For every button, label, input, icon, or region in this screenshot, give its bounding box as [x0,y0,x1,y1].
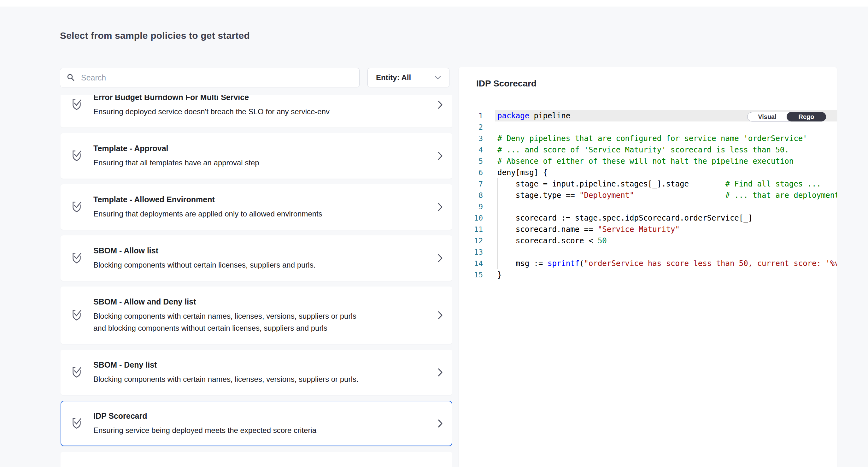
policy-title: Template - Approval [93,143,438,154]
policy-list-viewport: Error Budget Burndown For Multi Service … [61,95,452,467]
code-line: # ... and score of 'Service Maturity' sc… [497,144,837,155]
line-number: 11 [459,224,483,235]
toggle-option-visual[interactable]: Visual [747,112,787,121]
policy-description: Blocking components with certain names, … [93,373,362,385]
policy-description: Ensuring that deployments are applied on… [93,208,362,220]
code-line: stage = input.pipeline.stages[_].stage #… [497,178,837,189]
policy-card[interactable]: SBOM - Allow and Deny list Blocking comp… [61,287,452,344]
policy-card-text: Error Budget Burndown For Multi Service … [93,95,438,118]
policy-card-text: IDP Scorecard Ensuring service being dep… [93,410,438,436]
code-line: } [497,269,837,281]
toggle-option-rego[interactable]: Rego [786,112,826,121]
code-line [497,121,837,133]
policy-title: Error Budget Burndown For Multi Service [93,95,438,103]
code-line: scorecard := stage.spec.idpScorecard.ord… [497,212,837,224]
policy-card-partially-visible[interactable] [61,452,452,467]
entity-filter-label: Entity: All [376,73,411,82]
policy-title: SBOM - Deny list [93,359,438,370]
policy-card[interactable]: IDP Scorecard Ensuring service being dep… [61,401,452,446]
policy-card[interactable]: Error Budget Burndown For Multi Service … [61,95,452,127]
policy-description: Blocking components without certain lice… [93,259,362,271]
chevron-right-icon [438,419,443,428]
line-number: 10 [459,212,483,224]
search-field [60,68,360,87]
policy-description: Ensuring service being deployed meets th… [93,425,362,436]
code-line: deny[msg] { [497,167,837,178]
line-number: 9 [459,201,483,212]
chevron-right-icon [438,203,443,211]
detail-header: IDP Scorecard [459,67,837,101]
chevron-right-icon [438,254,443,263]
search-input[interactable] [60,68,360,87]
policy-detail-panel: IDP Scorecard 123456789101112131415 pack… [459,67,837,467]
policy-shield-check-icon [71,252,82,264]
code-line [497,201,837,212]
chevron-right-icon [438,311,443,320]
policy-description: Blocking components with certain names, … [93,310,362,334]
line-number-gutter: 123456789101112131415 [459,110,483,281]
code-line: scorecard.name == "Service Maturity" [497,224,837,235]
policy-title: Template - Allowed Environment [93,194,438,205]
indent-guide [497,178,498,269]
policy-list: Error Budget Burndown For Multi Service … [61,95,452,467]
code-line: # Deny pipelines that are configured for… [497,133,837,144]
entity-filter-dropdown[interactable]: Entity: All [367,68,450,87]
code-content: package pipeline# Deny pipelines that ar… [497,110,837,467]
line-number: 5 [459,155,483,167]
line-number: 1 [459,110,483,121]
policy-title: SBOM - Allow list [93,245,438,256]
chevron-down-icon [435,76,441,80]
line-number: 6 [459,167,483,178]
policy-card-text: Template - Approval Ensuring that all te… [93,143,438,169]
policy-title: IDP Scorecard [93,410,438,421]
line-number: 14 [459,258,483,269]
chevron-right-icon [438,151,443,160]
line-number: 7 [459,178,483,189]
policy-shield-check-icon [71,150,82,162]
line-number: 13 [459,246,483,258]
policy-card-text: Template - Allowed Environment Ensuring … [93,194,438,220]
policy-card-text: SBOM - Allow and Deny list Blocking comp… [93,296,438,334]
line-number: 3 [459,133,483,144]
policy-card[interactable]: Template - Allowed Environment Ensuring … [61,184,452,230]
top-bar [0,0,868,7]
policy-card-text: SBOM - Allow list Blocking components wi… [93,245,438,271]
code-line: msg := sprintf("orderService has score l… [497,258,837,269]
code-line: scorecard.score < 50 [497,235,837,246]
line-number: 2 [459,121,483,133]
search-icon [67,74,75,82]
rego-code-editor[interactable]: 123456789101112131415 package pipeline# … [459,101,837,467]
code-line: # Absence of either of these will not ha… [497,155,837,167]
detail-title: IDP Scorecard [459,67,837,89]
policy-card[interactable]: SBOM - Deny list Blocking components wit… [61,350,452,395]
policy-shield-check-icon [71,366,82,379]
chevron-right-icon [438,368,443,377]
policy-shield-check-icon [71,201,82,213]
line-number: 15 [459,269,483,281]
code-line [497,246,837,258]
policy-description: Ensuring deployed service doesn't breach… [93,106,362,118]
policy-description: Ensuring that all templates have an appr… [93,157,362,169]
page-title: Select from sample policies to get start… [60,30,250,41]
code-line: stage.type == "Deployment" # ... that ar… [497,189,837,201]
policy-card[interactable]: SBOM - Allow list Blocking components wi… [61,235,452,281]
policy-shield-check-icon [71,309,82,322]
chevron-right-icon [438,100,443,109]
line-number: 8 [459,189,483,201]
search-row: Entity: All [60,68,450,87]
policy-shield-check-icon [71,417,82,430]
view-mode-toggle: VisualRego [747,112,826,121]
policy-card-text: SBOM - Deny list Blocking components wit… [93,359,438,385]
policy-shield-check-icon [71,98,82,111]
policy-title: SBOM - Allow and Deny list [93,296,438,307]
line-number: 4 [459,144,483,155]
line-number: 12 [459,235,483,246]
policy-card[interactable]: Template - Approval Ensuring that all te… [61,133,452,179]
